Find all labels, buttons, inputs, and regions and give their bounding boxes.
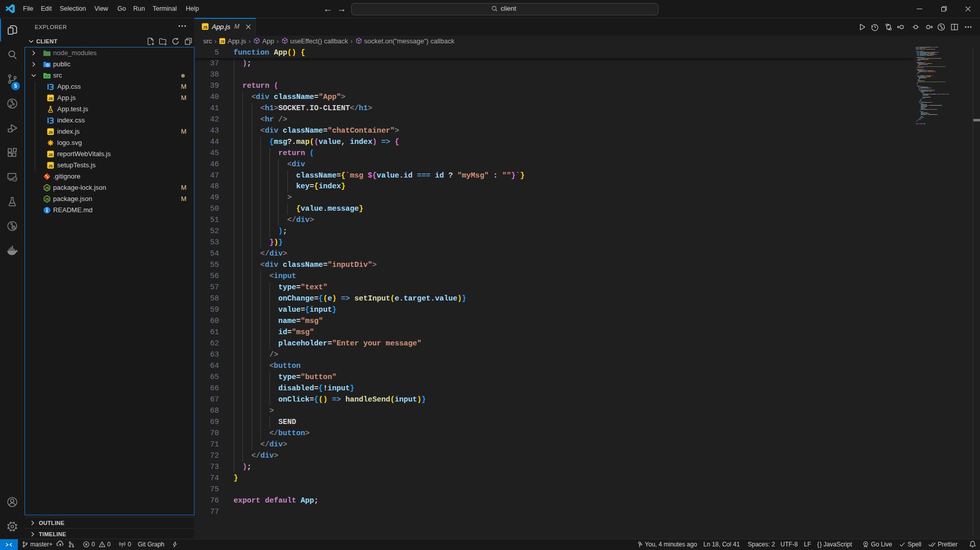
svg-text:JS: JS [45, 186, 50, 190]
svg-text:JS: JS [45, 197, 50, 201]
svg-text:JS: JS [220, 40, 225, 43]
svg-text:JS: JS [48, 164, 53, 168]
svg-text:JS: JS [48, 153, 53, 157]
svg-text:JS: JS [48, 130, 53, 135]
svg-text:JS: JS [48, 96, 53, 101]
svg-text:JS: JS [203, 25, 207, 30]
